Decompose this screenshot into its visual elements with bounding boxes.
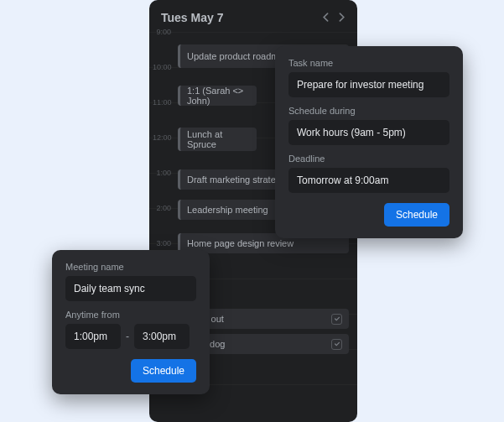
calendar-nav <box>322 10 346 25</box>
hour-label: 9:00 <box>153 28 171 36</box>
task-name-input[interactable] <box>288 72 449 97</box>
schedule-during-label: Schedule during <box>288 106 449 116</box>
schedule-during-input[interactable] <box>288 120 449 145</box>
event-label: Update product roadmap <box>187 51 289 61</box>
deadline-input[interactable] <box>288 168 449 193</box>
task-name-label: Task name <box>288 58 449 68</box>
event-label: Leadership meeting <box>187 205 268 215</box>
meeting-name-input[interactable] <box>65 276 196 301</box>
hour-label: 12:00 <box>153 133 171 142</box>
event-label: Lunch at Spruce <box>187 129 250 149</box>
hour-label: 11:00 <box>153 98 171 107</box>
meeting-name-label: Meeting name <box>65 262 196 272</box>
task-popup: Task name Schedule during Deadline Sched… <box>275 46 463 238</box>
check-icon[interactable] <box>331 339 342 350</box>
calendar-event[interactable]: 1:1 (Sarah <> John) <box>178 86 257 106</box>
calendar-header: Tues May 7 <box>149 0 357 32</box>
meeting-popup: Meeting name Anytime from - Schedule <box>52 250 210 394</box>
hour-label: 3:00 <box>153 239 171 247</box>
time-range-row: - <box>65 324 196 349</box>
calendar-date-title: Tues May 7 <box>161 11 223 24</box>
deadline-label: Deadline <box>288 154 449 164</box>
event-label: Home page design review <box>187 238 294 248</box>
check-icon[interactable] <box>331 314 342 325</box>
time-dash: - <box>126 331 129 342</box>
anytime-from-label: Anytime from <box>65 310 196 320</box>
hour-label: 2:00 <box>153 204 171 212</box>
schedule-button[interactable]: Schedule <box>131 359 196 383</box>
hour-label: 10:00 <box>153 63 171 71</box>
time-from-input[interactable] <box>65 324 121 349</box>
time-to-input[interactable] <box>134 324 190 349</box>
event-label: 1:1 (Sarah <> John) <box>187 86 250 106</box>
chevron-right-icon[interactable] <box>336 10 346 25</box>
chevron-left-icon[interactable] <box>322 10 331 25</box>
schedule-button[interactable]: Schedule <box>384 203 449 227</box>
event-label: Draft marketing strategy <box>187 175 285 185</box>
calendar-event[interactable]: Lunch at Spruce <box>178 128 257 151</box>
hour-label: 1:00 <box>153 169 171 177</box>
